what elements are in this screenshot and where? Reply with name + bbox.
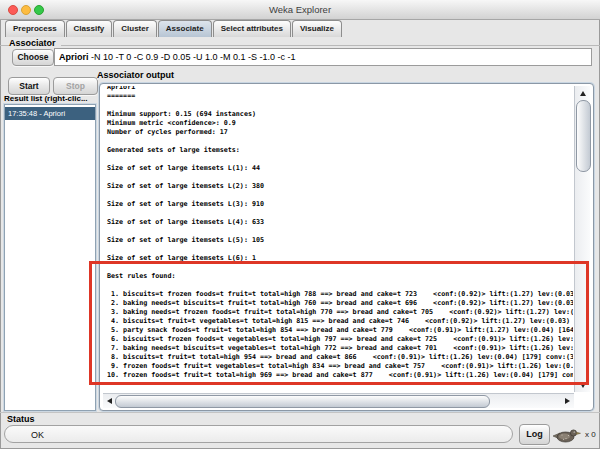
output-line: Size of set of large itemsets L(5): 105 [107,236,573,245]
output-line: Size of set of large itemsets L(4): 633 [107,218,573,227]
output-line: Minimum support: 0.15 (694 instances) [107,110,573,119]
result-list-label: Result list (right-clic... [4,94,88,103]
weka-bird-icon [551,427,582,444]
status-message: OK [4,425,513,443]
status-separator [0,412,600,413]
tab-associate[interactable]: Associate [158,20,212,37]
output-line [107,191,573,200]
associator-config-field[interactable]: Apriori -N 10 -T 0 -C 0.9 -D 0.05 -U 1.0… [54,48,592,66]
output-line: 5. party snack foods=t fruit=t total=hig… [107,326,573,335]
associator-section-label: Associator [9,38,61,48]
tab-preprocess[interactable]: Preprocess [5,20,65,37]
status-label: Status [7,414,40,424]
tab-select-attributes[interactable]: Select attributes [213,20,291,37]
output-line [107,245,573,254]
output-line: 6. biscuits=t frozen foods=t vegetables=… [107,335,573,344]
scheme-options: -N 10 -T 0 -C 0.9 -D 0.05 -U 1.0 -M 0.1 … [89,52,296,62]
title-bar: Weka Explorer [0,0,600,20]
vertical-scrollbar[interactable] [574,86,590,392]
output-line: Number of cycles performed: 17 [107,128,573,137]
output-line: 7. baking needs=t biscuits=t vegetables=… [107,344,573,353]
tab-classify[interactable]: Classify [66,20,113,37]
output-line: Size of set of large itemsets L(1): 44 [107,164,573,173]
scroll-up-button[interactable] [576,87,589,99]
output-line [107,281,573,290]
horizontal-scrollbar[interactable] [103,393,574,408]
arrow-right-icon [565,398,570,404]
log-button[interactable]: Log [519,424,550,445]
output-line [107,101,573,110]
scroll-down-button[interactable] [576,379,589,391]
window-title: Weka Explorer [0,4,600,15]
output-line: Size of set of large itemsets L(6): 1 [107,254,573,263]
output-line: 3. baking needs=t frozen foods=t fruit=t… [107,308,573,317]
output-line [107,155,573,164]
output-text: Apriori=======Minimum support: 0.15 (694… [107,86,573,380]
result-list[interactable]: 17:35:48 - Apriori [4,104,96,411]
associator-output-label: Associator output [97,70,179,80]
output-line: Generated sets of large itemsets: [107,146,573,155]
output-line: 2. baking needs=t biscuits=t fruit=t tot… [107,299,573,308]
start-button[interactable]: Start [8,77,50,95]
choose-button[interactable]: Choose [12,49,54,66]
associator-output-pane[interactable]: Apriori=======Minimum support: 0.15 (694… [99,83,594,411]
tab-bar: Preprocess Classify Cluster Associate Se… [5,20,342,37]
output-line: Size of set of large itemsets L(3): 910 [107,200,573,209]
output-line [107,173,573,182]
output-line [107,137,573,146]
output-line [107,263,573,272]
arrow-left-icon [107,398,112,404]
output-line: Best rules found: [107,272,573,281]
stop-button: Stop [53,77,98,95]
output-line [107,209,573,218]
output-line: 10. frozen foods=t fruit=t total=high 96… [107,371,573,380]
output-line: 8. biscuits=t fruit=t total=high 954 ==>… [107,353,573,362]
output-line: ======= [107,92,573,101]
output-line: 9. frozen foods=t fruit=t vegetables=t t… [107,362,573,371]
arrow-down-icon [580,383,586,388]
output-line [107,227,573,236]
arrow-up-icon [580,91,586,96]
output-line: 1. biscuits=t frozen foods=t fruit=t tot… [107,290,573,299]
tab-cluster[interactable]: Cluster [113,20,157,37]
horizontal-scrollbar-thumb[interactable] [115,395,490,408]
associator-section-border [0,45,600,46]
scroll-right-button[interactable] [561,395,574,407]
output-line: Size of set of large itemsets L(2): 380 [107,182,573,191]
weka-run-counter: x 0 [585,430,596,439]
result-list-item-selected[interactable]: 17:35:48 - Apriori [5,107,95,120]
output-viewport: Apriori=======Minimum support: 0.15 (694… [103,86,573,392]
vertical-scrollbar-thumb[interactable] [576,100,591,172]
output-line: Minimum metric <confidence>: 0.9 [107,119,573,128]
tab-visualize[interactable]: Visualize [292,20,342,37]
output-line: 4. biscuits=t fruit=t vegetables=t total… [107,317,573,326]
scheme-name: Apriori [59,52,89,62]
